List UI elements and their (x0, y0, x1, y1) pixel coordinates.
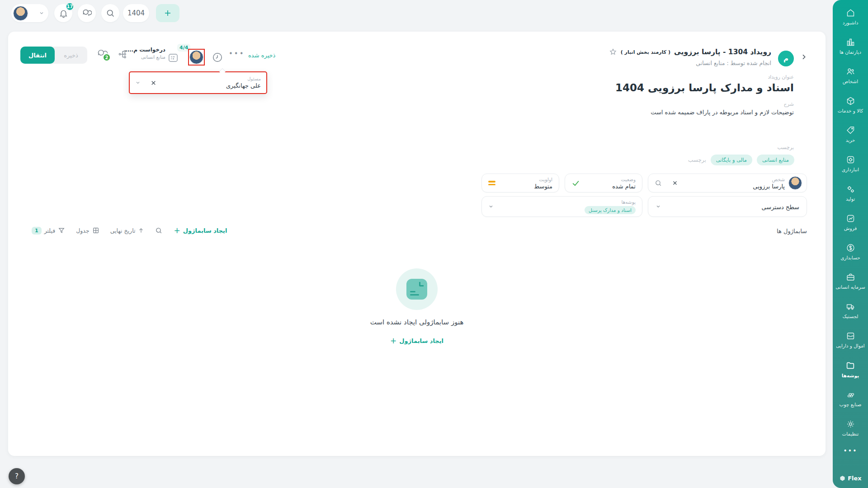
sidebar-item-human-capital[interactable]: سرمایه انسانی (833, 270, 868, 299)
event-detail-card: انتقال ذخیره 2 درخواست م.... منابع انسان… (8, 32, 826, 456)
sort-due-date-button[interactable]: تاریخ نهایی (110, 227, 145, 234)
access-level-field[interactable]: سطح دسترسی (648, 196, 807, 217)
truck-icon (846, 302, 855, 311)
search-button[interactable] (101, 4, 119, 22)
checklist-button[interactable] (167, 52, 179, 64)
filter-count-badge: 1 (32, 227, 42, 235)
clock-icon (212, 52, 223, 63)
sidebar-item-logistics[interactable]: لجستیک (833, 299, 868, 328)
sidebar-item-people[interactable]: اشخاص (833, 64, 868, 94)
sidebar-item-settings[interactable]: تنظیمات (833, 417, 868, 446)
archive-box-icon (846, 331, 855, 341)
sidebar-item-warehousing[interactable]: انبارداری (833, 152, 868, 182)
chevron-down-icon[interactable] (135, 80, 141, 85)
table-view-button[interactable]: جدول (76, 227, 99, 234)
search-icon (106, 9, 115, 18)
tags-row: منابع انسانی مالی و بایگانی برچسب (688, 155, 794, 165)
home-icon (846, 8, 855, 18)
tag-pill[interactable]: منابع انسانی (757, 155, 794, 165)
sidebar-item-departments[interactable]: دپارتمان ها (833, 35, 868, 64)
sidebar-item-assets[interactable]: اموال و دارایی (833, 328, 868, 358)
purchase-icon (846, 126, 855, 135)
event-title: اسناد و مدارک پارسا برزویی 1404 (615, 82, 794, 94)
event-header-note: ( کارمند بخش انبار ) (621, 49, 670, 55)
create-submodule-link[interactable]: ایجاد سابماژول + (390, 336, 443, 345)
request-summary[interactable]: درخواست م.... منابع انسانی (130, 47, 165, 60)
module-avatar: م (778, 51, 794, 66)
status-label: وضعیت (612, 177, 636, 182)
sidebar-item-folders[interactable]: پوشه‌ها (833, 358, 868, 387)
collapse-panel-button[interactable] (800, 53, 807, 61)
priority-medium-icon (488, 179, 495, 187)
grid-icon (92, 227, 99, 234)
comments-badge: 2 (103, 53, 111, 61)
tag-pill[interactable]: مالی و بایگانی (711, 155, 752, 165)
submodules-empty-state: هنوز سابماژولی ایجاد نشده است ایجاد سابم… (8, 268, 826, 345)
departments-icon (846, 38, 855, 47)
document-icon (406, 279, 427, 300)
user-avatar (13, 6, 28, 21)
more-options-button[interactable]: ••• (229, 50, 245, 58)
sidebar-item-goods-services[interactable]: کالا و خدمات (833, 94, 868, 123)
main-sidebar: داشبورد دپارتمان ها اشخاص کالا و خدمات خ… (833, 0, 868, 488)
year-counter[interactable]: 1404 (123, 4, 149, 22)
save-button[interactable]: ذخیره (55, 47, 87, 64)
filter-button[interactable]: فیلتر 1 (32, 227, 65, 235)
chevron-right-icon (800, 53, 807, 61)
people-icon (846, 67, 855, 76)
sidebar-more-button[interactable]: ••• (844, 447, 858, 454)
plus-icon: + (174, 226, 180, 235)
assignee-popover[interactable]: مسئول علی جهانگیری (129, 71, 267, 94)
comments-button[interactable]: 2 (97, 48, 108, 59)
status-field[interactable]: وضعیت تمام شده (565, 174, 642, 192)
sidebar-item-dashboard[interactable]: داشبورد (833, 5, 868, 35)
assignee-value: علی جهانگیری (226, 82, 261, 89)
tag-input-placeholder[interactable]: برچسب (688, 157, 706, 163)
assignee-avatar-highlight[interactable] (188, 49, 205, 66)
user-menu[interactable] (11, 4, 48, 22)
sidebar-item-wood-industries[interactable]: صنایع چوب (833, 387, 868, 417)
priority-label: اولویت (534, 177, 552, 182)
search-icon (155, 227, 163, 235)
production-icon (846, 184, 855, 194)
search-submodules-button[interactable] (155, 227, 163, 235)
submodules-toolbar: فیلتر 1 جدول تاریخ نهایی ایجاد سابماژول … (32, 226, 227, 235)
create-submodule-button[interactable]: ایجاد سابماژول + (174, 226, 227, 235)
goods-services-icon (846, 96, 855, 106)
flex-logo: Flex (839, 475, 862, 482)
folder-icon (845, 361, 855, 371)
arrow-up-icon (138, 227, 144, 234)
sidebar-item-sales[interactable]: فروش (833, 211, 868, 240)
messages-button[interactable] (78, 4, 96, 22)
history-button[interactable] (212, 52, 223, 63)
clear-assignee-icon[interactable] (151, 80, 156, 86)
sidebar-item-purchase[interactable]: خرید (833, 123, 868, 152)
chevron-down-icon (39, 10, 44, 16)
filter-icon (58, 227, 65, 234)
folders-field[interactable]: پوشه‌ها اسناد و مدارک پرسنل (481, 196, 642, 217)
transfer-button[interactable]: انتقال (20, 47, 55, 64)
help-button[interactable]: ? (9, 468, 25, 484)
search-icon[interactable] (655, 179, 662, 187)
gear-icon (846, 419, 855, 429)
star-icon[interactable] (609, 48, 617, 56)
status-check-icon (571, 179, 580, 188)
saved-status: ذخیره شده (248, 52, 275, 59)
event-description-label: شرح (651, 101, 794, 107)
priority-value: متوسط (534, 183, 552, 190)
assignee-avatar (189, 50, 203, 64)
add-button[interactable] (156, 4, 179, 22)
event-header-title: رویداد 1304 - پارسا برزویی (674, 48, 771, 56)
sidebar-item-accounting[interactable]: حسابداری (833, 240, 868, 270)
person-field[interactable]: شخص پارسا برزویی (648, 174, 807, 192)
chevron-down-icon (656, 204, 661, 209)
action-button-group: انتقال ذخیره (20, 47, 87, 64)
empty-state-illustration (396, 268, 438, 310)
notifications-button[interactable]: 17 (54, 4, 72, 22)
warehouse-icon (846, 155, 855, 164)
clear-person-icon[interactable] (672, 180, 678, 186)
folder-tag[interactable]: اسناد و مدارک پرسنل (585, 206, 636, 214)
event-header: رویداد 1304 - پارسا برزویی ( کارمند بخش … (609, 48, 771, 66)
priority-field[interactable]: اولویت متوسط (481, 174, 559, 192)
sidebar-item-production[interactable]: تولید (833, 182, 868, 211)
